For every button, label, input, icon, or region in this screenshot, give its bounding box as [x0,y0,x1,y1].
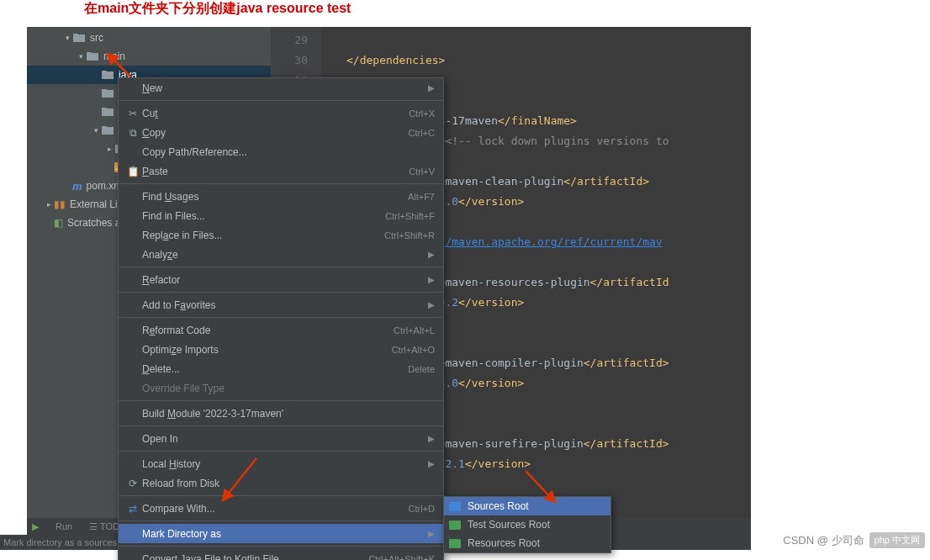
article-heading: 在main文件夹下分别创建java resource test [84,0,351,18]
ctx-favorites[interactable]: Add to Favorites▶ [119,295,443,314]
scratch-icon: ◧ [54,217,63,229]
annotation-arrow [214,454,265,515]
folder-icon [101,124,114,136]
tree-label: src [90,32,103,44]
chevron-right-icon: ▸ [104,145,114,153]
ctx-analyze[interactable]: Analyze▶ [119,245,443,264]
ctx-delete[interactable]: Delete...Delete [119,359,443,378]
php-badge: php 中文网 [869,532,925,548]
ctx-markdir[interactable]: Mark Directory as▶ [119,524,443,543]
folder-icon [101,87,114,99]
ctx-replinfiles[interactable]: Replace in Files...Ctrl+Shift+R [119,225,443,245]
chevron-down-icon: ▾ [76,52,86,61]
svg-line-2 [526,471,555,502]
folder-icon [86,50,99,62]
ctx-refactor[interactable]: Refactor▶ [119,270,443,289]
chevron-down-icon: ▾ [91,126,101,135]
svg-line-1 [223,458,256,500]
sub-test-sources-root[interactable]: Test Sources Root [444,515,610,534]
maven-icon: m [72,180,82,193]
tree-item-src[interactable]: ▾ src [27,29,271,47]
ctx-convert[interactable]: Convert Java File to Kotlin FileCtrl+Alt… [119,549,443,560]
library-icon: ▮▮ [54,198,66,210]
ctx-build[interactable]: Build Module '2022-3-17maven' [119,404,443,423]
chevron-right-icon: ▸ [44,200,54,209]
folder-icon [101,106,114,118]
ctx-cut[interactable]: ✂CutCtrl+X [119,103,443,123]
watermark: CSDN @ 少司命 php 中文网 [783,532,925,548]
run-tab[interactable]: Run [55,521,72,531]
folder-icon [72,32,86,44]
reload-icon: ⟳ [124,478,142,489]
test-sources-folder-icon [449,520,461,530]
run-icon[interactable]: ▶ [32,521,39,532]
chevron-down-icon: ▾ [62,34,72,42]
context-menu[interactable]: New▶ ✂CutCtrl+X ⧉CopyCtrl+C Copy Path/Re… [118,77,444,560]
annotation-arrow [517,467,568,515]
ctx-paste[interactable]: 📋PasteCtrl+V [119,161,443,181]
ctx-reload[interactable]: ⟳Reload from Disk [119,473,443,493]
ctx-copy[interactable]: ⧉CopyCtrl+C [119,123,443,142]
copy-icon: ⧉ [124,127,142,139]
cut-icon: ✂ [124,108,142,119]
ctx-new[interactable]: New▶ [119,78,443,98]
ctx-compare[interactable]: ⇄Compare With...Ctrl+D [119,499,443,518]
ctx-history[interactable]: Local History▶ [119,454,443,473]
sub-resources-root[interactable]: Resources Root [444,534,610,552]
resources-folder-icon [449,539,461,548]
compare-icon: ⇄ [124,503,142,515]
paste-icon: 📋 [124,166,142,177]
ctx-findinfiles[interactable]: Find in Files...Ctrl+Shift+F [119,206,443,225]
ctx-reformat[interactable]: Reformat CodeCtrl+Alt+L [119,320,443,340]
annotation-arrow [101,47,135,83]
tree-item-main[interactable]: ▾ main [27,47,271,66]
ctx-optimize[interactable]: Optimize ImportsCtrl+Alt+O [119,340,443,359]
ctx-openin[interactable]: Open In▶ [119,429,443,448]
ctx-usages[interactable]: Find UsagesAlt+F7 [119,187,443,206]
ctx-override: Override File Type [119,378,443,398]
ctx-copyref[interactable]: Copy Path/Reference... [119,142,443,161]
svg-line-0 [108,54,130,77]
sources-folder-icon [449,502,461,511]
